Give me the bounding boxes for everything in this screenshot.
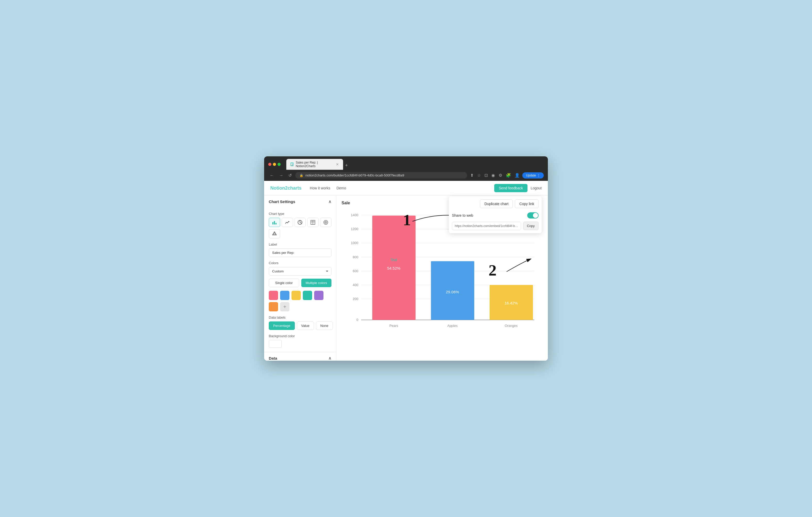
traffic-lights xyxy=(268,163,281,166)
copy-link-button[interactable]: Copy link xyxy=(515,199,539,208)
main-nav: How it works Demo xyxy=(310,186,346,190)
svg-text:400: 400 xyxy=(353,283,358,287)
svg-text:Oranges: Oranges xyxy=(505,324,518,328)
data-section-chevron: ∧ xyxy=(328,356,331,361)
color-swatch-orange[interactable] xyxy=(269,302,278,311)
table-chart-icon xyxy=(311,220,315,225)
dropdown-actions: Duplicate chart Copy link xyxy=(452,199,539,208)
address-bar[interactable]: 🔒 notion2charts.com/builder/1ccfd84f-b07… xyxy=(295,172,467,178)
back-button[interactable]: ← xyxy=(268,173,276,178)
chart-settings-header[interactable]: Chart Settings ∧ xyxy=(264,196,336,208)
screenshot-icon[interactable]: ⊡ xyxy=(483,172,489,179)
svg-text:Teal: Teal xyxy=(390,258,397,262)
color-swatch-purple[interactable] xyxy=(314,291,323,300)
app-logo[interactable]: Notion2charts xyxy=(270,185,301,191)
background-color-swatch[interactable] xyxy=(269,340,282,348)
svg-text:Pears: Pears xyxy=(389,324,398,328)
refresh-button[interactable]: ↺ xyxy=(287,172,293,178)
tab-favicon: 📊 xyxy=(290,163,293,166)
extensions-btn[interactable]: 🧩 xyxy=(505,172,512,179)
color-swatch-pink[interactable] xyxy=(269,291,278,300)
chart-type-line[interactable] xyxy=(282,218,293,227)
nav-demo[interactable]: Demo xyxy=(336,186,346,190)
lock-icon: 🔒 xyxy=(299,174,303,177)
svg-text:200: 200 xyxy=(353,297,358,301)
data-label-value[interactable]: Value xyxy=(297,321,314,330)
color-swatches-container: + xyxy=(269,291,331,311)
update-button[interactable]: Update ⋮ xyxy=(522,172,544,178)
toggle-knob xyxy=(533,213,538,218)
label-input[interactable] xyxy=(269,249,331,257)
traffic-light-red[interactable] xyxy=(268,163,271,166)
chart-type-grid-row2 xyxy=(269,229,331,238)
svg-text:1200: 1200 xyxy=(351,227,358,231)
data-section: Data ∧ xyxy=(264,352,336,361)
traffic-light-yellow[interactable] xyxy=(273,163,276,166)
svg-text:1400: 1400 xyxy=(351,213,358,217)
chart-type-target[interactable] xyxy=(320,218,331,227)
bookmark-icon[interactable]: ☆ xyxy=(476,172,482,179)
multiple-colors-button[interactable]: Multiple colors xyxy=(301,279,332,287)
color-mode-buttons: Single color Multiple colors xyxy=(269,279,331,287)
single-color-button[interactable]: Single color xyxy=(269,279,299,287)
app-content: Notion2charts How it works Demo Send fee… xyxy=(264,181,548,361)
color-swatch-yellow[interactable] xyxy=(291,291,301,300)
svg-text:800: 800 xyxy=(353,255,358,259)
svg-text:54.52%: 54.52% xyxy=(387,266,400,270)
color-icon[interactable]: ◉ xyxy=(490,172,496,179)
svg-text:600: 600 xyxy=(353,269,358,273)
color-swatch-blue[interactable] xyxy=(280,291,289,300)
chart-type-bar[interactable] xyxy=(269,218,280,227)
label-field-label: Label xyxy=(269,242,331,247)
nav-how-it-works[interactable]: How it works xyxy=(310,186,330,190)
url-text: notion2charts.com/builder/1ccfd84f-b079-… xyxy=(306,173,463,177)
add-color-button[interactable]: + xyxy=(280,302,289,311)
data-label-none[interactable]: None xyxy=(316,321,333,330)
browser-toolbar: ← → ↺ 🔒 notion2charts.com/builder/1ccfd8… xyxy=(264,170,548,181)
share-to-web-row: Share to web xyxy=(452,212,539,219)
svg-text:29.06%: 29.06% xyxy=(446,290,459,294)
target-chart-icon xyxy=(323,220,328,225)
extension-icon[interactable]: ⚙ xyxy=(498,172,503,179)
chart-settings-section: Chart Settings ∧ Chart type xyxy=(264,196,336,352)
svg-rect-2 xyxy=(276,223,277,225)
colors-select[interactable]: Custom Default Pastel Vivid xyxy=(269,267,331,276)
traffic-light-green[interactable] xyxy=(278,163,281,166)
chart-type-radar[interactable] xyxy=(269,229,280,238)
browser-titlebar: 📊 Sales per Rep: | Notion2Charts ✕ + xyxy=(264,156,548,170)
chart-type-pie[interactable] xyxy=(295,218,306,227)
line-chart-icon xyxy=(285,220,290,225)
share-to-web-toggle[interactable] xyxy=(527,212,539,219)
chart-type-table[interactable] xyxy=(307,218,319,227)
embed-url-row: https://notion2charts.com/embed/1ccfd84f… xyxy=(452,222,539,230)
data-label-percentage[interactable]: Percentage xyxy=(269,321,295,330)
logout-link[interactable]: Logout xyxy=(530,186,542,190)
tab-close-btn[interactable]: ✕ xyxy=(336,162,339,166)
duplicate-chart-button[interactable]: Duplicate chart xyxy=(480,199,513,208)
tab-bar: 📊 Sales per Rep: | Notion2Charts ✕ + xyxy=(286,159,544,170)
data-section-header[interactable]: Data ∧ xyxy=(264,352,336,361)
tab-title: Sales per Rep: | Notion2Charts xyxy=(296,161,334,168)
chart-type-label: Chart type xyxy=(269,212,331,216)
forward-button[interactable]: → xyxy=(278,173,285,178)
data-labels-buttons: Percentage Value None xyxy=(269,321,331,330)
send-feedback-button[interactable]: Send feedback xyxy=(494,184,527,192)
color-swatch-teal[interactable] xyxy=(303,291,312,300)
svg-text:16.42%: 16.42% xyxy=(504,301,518,305)
share-dropdown-panel: Duplicate chart Copy link Share to web h… xyxy=(449,196,542,233)
profile-icon[interactable]: 👤 xyxy=(514,172,521,179)
new-tab-button[interactable]: + xyxy=(345,163,348,170)
svg-text:0: 0 xyxy=(356,318,358,322)
chart-type-grid xyxy=(269,218,331,227)
sidebar: Chart Settings ∧ Chart type xyxy=(264,196,336,361)
svg-line-5 xyxy=(300,222,302,223)
browser-tab-active[interactable]: 📊 Sales per Rep: | Notion2Charts ✕ xyxy=(286,159,343,170)
data-labels-label: Data labels xyxy=(269,316,331,319)
toolbar-actions: ⬆ ☆ ⊡ ◉ ⚙ 🧩 👤 Update ⋮ xyxy=(469,172,544,179)
copy-embed-button[interactable]: Copy xyxy=(523,222,539,230)
share-icon[interactable]: ⬆ xyxy=(469,172,474,179)
embed-url-text: https://notion2charts.com/embed/1ccfd84f… xyxy=(452,222,521,230)
svg-text:Apples: Apples xyxy=(447,324,458,328)
radar-chart-icon xyxy=(272,231,277,236)
bg-color-label: Background color xyxy=(269,334,331,338)
